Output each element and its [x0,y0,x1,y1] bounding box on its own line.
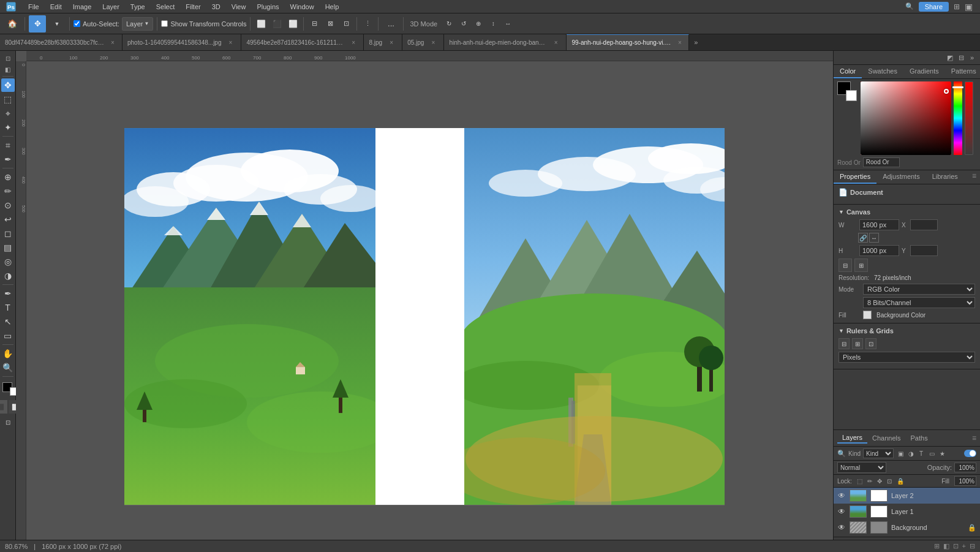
opacity-slider[interactable] [965,81,973,155]
patterns-tab[interactable]: Patterns [945,65,980,78]
status-icon4[interactable]: + [962,542,966,550]
lock-transparent-icon[interactable]: ⬚ [857,478,862,485]
menu-edit[interactable]: Edit [45,2,67,12]
transform-checkbox[interactable] [161,20,168,27]
status-icon2[interactable]: ◧ [943,542,949,550]
tab-close-5[interactable]: × [552,38,560,47]
menu-type[interactable]: Type [126,2,150,12]
ruler-icon3[interactable]: ⊡ [865,338,876,349]
filter-adjust-icon[interactable]: ◑ [907,449,915,458]
libraries-tab[interactable]: Libraries [926,170,964,184]
menu-image[interactable]: Image [68,2,97,12]
crop-tool[interactable]: ⌗ [1,138,15,152]
minimize-icon[interactable]: ⊡ [1,53,15,63]
tab-close-0[interactable]: × [110,38,116,47]
hue-slider[interactable] [954,81,962,155]
collapse-icon[interactable]: » [967,52,978,63]
move-tool[interactable]: ✥ [29,15,46,32]
layer-dropdown[interactable]: Layer ▼ [122,17,153,31]
canvas-size-btn2[interactable]: ⊞ [854,259,868,272]
canvas-size-btn1[interactable]: ⊟ [839,259,852,272]
tab-2[interactable]: 49564be2e87d1823416c-1612112...jpg × [241,34,364,51]
properties-menu-icon[interactable]: ≡ [968,170,980,184]
menu-plugins[interactable]: Plugins [252,2,284,12]
layers-menu-icon[interactable]: ≡ [972,434,976,442]
width-input[interactable] [859,219,899,230]
brush-tool[interactable]: ✏ [1,184,15,198]
blend-mode-select[interactable]: Normal [837,462,886,473]
gradient-picker[interactable] [861,81,951,155]
align-left-icon[interactable]: ⬜ [254,17,268,31]
color-value-display[interactable]: Rood Or [863,157,900,167]
kind-select[interactable]: Kind [863,448,894,458]
ruler-icon2[interactable]: ⊞ [852,338,863,349]
status-icon3[interactable]: ⊡ [953,542,959,550]
dodge-tool[interactable]: ◑ [1,269,15,282]
channels-tab[interactable]: Channels [867,433,905,443]
distribute-icon3[interactable]: ⊡ [339,17,353,31]
hand-tool[interactable]: ✋ [1,347,15,360]
spot-heal-tool[interactable]: ⊕ [1,170,15,184]
bits-select[interactable]: 8 Bits/Channel [863,297,975,308]
lock-all-icon[interactable]: 🔒 [897,478,904,485]
filter-pixel-icon[interactable]: ▣ [896,449,905,458]
menu-select[interactable]: Select [151,2,180,12]
layer-vis-2[interactable]: 👁 [837,523,846,532]
tab-1[interactable]: photo-1-16405995441586348...jpg × [123,34,241,51]
marquee-tool[interactable]: ⬚ [1,93,15,106]
rulers-header[interactable]: ▼ Rulers & Grids [839,327,975,335]
align-center-icon[interactable]: ⬛ [270,17,284,31]
tab-close-6[interactable]: × [677,39,682,47]
tab-close-2[interactable]: × [350,38,358,47]
more-options[interactable]: ... [382,15,399,32]
shape-tool[interactable]: ▭ [1,329,15,342]
lock-artboard-icon[interactable]: ⊡ [887,478,892,485]
lock-position-icon[interactable]: ✥ [877,478,882,485]
filter-toggle[interactable] [964,450,976,457]
magic-wand-tool[interactable]: ✦ [1,121,15,134]
pen-tool[interactable]: ✒ [1,287,15,300]
bg-swatch[interactable] [846,90,857,101]
quick-mask-icon[interactable]: ⬛ [0,400,7,414]
zoom-tool[interactable]: 🔍 [1,361,15,374]
height-input[interactable] [859,245,899,256]
menu-file[interactable]: File [23,2,44,12]
tab-close-1[interactable]: × [226,38,235,47]
move-tool-arrow[interactable]: ▼ [48,15,66,32]
layer-vis-1[interactable]: 👁 [837,507,846,516]
paths-tab[interactable]: Paths [906,433,933,443]
fg-bg-selector[interactable] [837,81,857,101]
status-icon1[interactable]: ⊞ [934,542,940,550]
3d-icon4[interactable]: ↕ [486,17,500,31]
opacity-input[interactable] [954,463,976,472]
fill-input[interactable] [954,476,976,486]
blur-tool[interactable]: ◎ [1,255,15,268]
align-right-icon[interactable]: ⬜ [286,17,300,31]
tab-4[interactable]: 05.jpg × [402,34,444,51]
menu-layer[interactable]: Layer [97,2,124,12]
distribute-icon2[interactable]: ⊠ [323,17,337,31]
link-icon2[interactable]: ↔ [869,233,879,243]
filter-shape-icon[interactable]: ▭ [927,449,936,458]
clone-tool[interactable]: ⊙ [1,198,15,212]
panel-icon-color[interactable]: ◩ [944,52,956,63]
properties-tab[interactable]: Properties [834,170,876,184]
fill-box[interactable] [863,311,872,319]
type-tool[interactable]: T [1,301,15,314]
panel-icon-layers[interactable]: ⊟ [956,52,967,63]
menu-window[interactable]: Window [285,2,319,12]
layer-item-0[interactable]: 👁 Layer 2 [834,488,980,504]
panel-icon1[interactable]: ◧ [1,64,15,74]
ruler-icon1[interactable]: ⊟ [839,338,850,349]
document-header[interactable]: 📄 Document [839,188,975,197]
menu-3d[interactable]: 3D [207,2,225,12]
layer-item-2[interactable]: 👁 Background 🔒 [834,520,980,535]
gradients-tab[interactable]: Gradients [903,65,945,78]
arrange-icon[interactable]: ⊞ [954,2,960,11]
menu-view[interactable]: View [227,2,251,12]
eyedropper-tool[interactable]: ✒ [1,153,15,166]
layers-tab[interactable]: Layers [837,433,867,444]
swatches-tab[interactable]: Swatches [862,65,903,78]
path-select-tool[interactable]: ↖ [1,315,15,328]
tab-0[interactable]: 80df474489be28bf63803330bc7fcc-Recovered… [0,34,123,51]
